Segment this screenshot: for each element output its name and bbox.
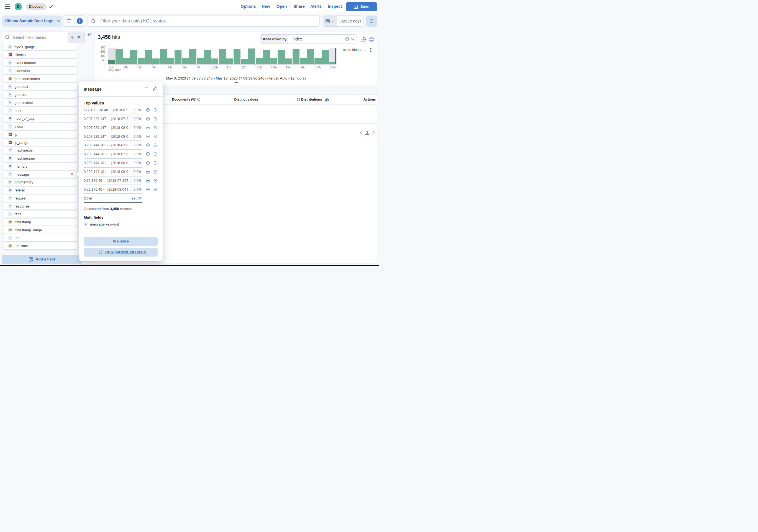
svg-text:IP: IP <box>9 141 11 144</box>
svg-text:IP: IP <box>9 54 11 56</box>
svg-text:IP: IP <box>9 133 11 136</box>
